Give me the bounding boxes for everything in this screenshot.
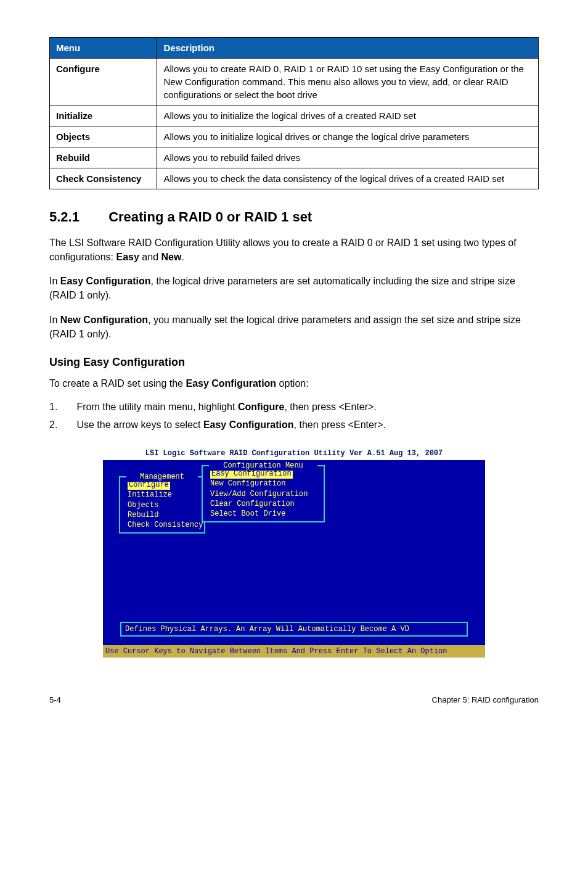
menu-item-objects[interactable]: Objects — [128, 500, 197, 510]
cell-menu: Objects — [50, 126, 157, 147]
table-row: Initialize Allows you to initialize the … — [50, 105, 539, 126]
menu-item-view-add-configuration[interactable]: View/Add Configuration — [210, 489, 316, 499]
cell-menu: Rebuild — [50, 147, 157, 168]
list-item: 2. Use the arrow keys to select Easy Con… — [49, 418, 539, 432]
paragraph: To create a RAID set using the Easy Conf… — [49, 376, 539, 390]
cell-desc: Allows you to initialize logical drives … — [157, 126, 539, 147]
menu-item-check-consistency[interactable]: Check Consistency — [128, 520, 197, 530]
table-row: Objects Allows you to initialize logical… — [50, 126, 539, 147]
table-row: Check Consistency Allows you to check th… — [50, 168, 539, 189]
chapter-label: Chapter 5: RAID configuration — [432, 695, 539, 706]
cell-menu: Check Consistency — [50, 168, 157, 189]
terminal-status: Use Cursor Keys to Navigate Between Item… — [103, 645, 485, 658]
th-menu: Menu — [50, 38, 157, 59]
cell-menu: Initialize — [50, 105, 157, 126]
terminal-screenshot: LSI Logic Software RAID Configuration Ut… — [103, 447, 485, 658]
terminal-description: Defines Physical Arrays. An Array Will A… — [120, 622, 468, 637]
management-menu-title: Management — [126, 472, 198, 482]
page-number: 5-4 — [49, 695, 61, 706]
menu-item-rebuild[interactable]: Rebuild — [128, 510, 197, 520]
table-row: Configure Allows you to create RAID 0, R… — [50, 59, 539, 105]
subheading: Using Easy Configuration — [49, 355, 539, 370]
terminal-title: LSI Logic Software RAID Configuration Ut… — [103, 447, 485, 460]
th-description: Description — [157, 38, 539, 59]
steps-list: 1. From the utility main menu, highlight… — [49, 400, 539, 432]
list-item: 1. From the utility main menu, highlight… — [49, 400, 539, 414]
table-row: Rebuild Allows you to rebuild failed dri… — [50, 147, 539, 168]
paragraph: The LSI Software RAID Configuration Util… — [49, 236, 539, 264]
configuration-menu-title: Configuration Menu — [209, 461, 317, 471]
cell-desc: Allows you to initialize the logical dri… — [157, 105, 539, 126]
section-heading: 5.2.1 Creating a RAID 0 or RAID 1 set — [49, 208, 539, 227]
paragraph: In New Configuration, you manually set t… — [49, 313, 539, 341]
section-number: 5.2.1 — [49, 208, 105, 227]
cell-desc: Allows you to check the data consistency… — [157, 168, 539, 189]
cell-desc: Allows you to create RAID 0, RAID 1 or R… — [157, 59, 539, 105]
menu-item-initialize[interactable]: Initialize — [128, 490, 197, 500]
terminal-screen: Management Configure Initialize Objects … — [103, 460, 485, 645]
configuration-menu: Configuration Menu Easy Configuration Ne… — [202, 465, 325, 522]
menu-item-clear-configuration[interactable]: Clear Configuration — [210, 499, 316, 509]
menu-item-new-configuration[interactable]: New Configuration — [210, 479, 316, 489]
cell-desc: Allows you to rebuild failed drives — [157, 147, 539, 168]
paragraph: In Easy Configuration, the logical drive… — [49, 274, 539, 302]
section-title: Creating a RAID 0 or RAID 1 set — [108, 209, 312, 225]
menu-item-select-boot-drive[interactable]: Select Boot Drive — [210, 509, 316, 519]
management-menu: Management Configure Initialize Objects … — [119, 476, 205, 534]
page-footer: 5-4 Chapter 5: RAID configuration — [49, 695, 539, 706]
cell-menu: Configure — [50, 59, 157, 105]
menu-description-table: Menu Description Configure Allows you to… — [49, 37, 539, 189]
